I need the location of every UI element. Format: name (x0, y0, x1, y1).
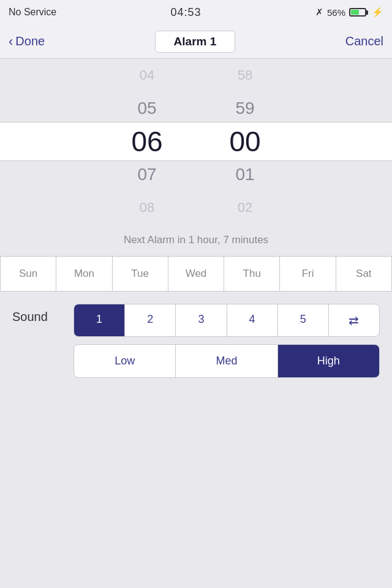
day-selector: Sun Mon Tue Wed Thu Fri Sat (0, 256, 392, 292)
bluetooth-icon: ✗ (315, 7, 323, 18)
sound-level-med[interactable]: Med (176, 345, 277, 377)
day-tue[interactable]: Tue (113, 257, 168, 291)
sound-level-high[interactable]: High (278, 345, 379, 377)
day-fri[interactable]: Fri (280, 257, 336, 291)
time-display: 04:53 (171, 6, 202, 19)
day-wed[interactable]: Wed (168, 257, 224, 291)
sound-num-4[interactable]: 4 (227, 304, 278, 336)
hour-04[interactable]: 04 (123, 59, 172, 92)
time-columns: 04 05 06 07 08 58 59 00 01 02 (0, 59, 392, 224)
day-mon[interactable]: Mon (56, 257, 112, 291)
day-sun[interactable]: Sun (1, 257, 56, 291)
sound-num-5[interactable]: 5 (278, 304, 329, 336)
minute-58[interactable]: 58 (221, 59, 270, 92)
sound-num-1[interactable]: 1 (74, 304, 125, 336)
sound-num-3[interactable]: 3 (176, 304, 227, 336)
sound-numbers: 1 2 3 4 5 ⇄ (74, 304, 380, 337)
shuffle-button[interactable]: ⇄ (329, 304, 379, 336)
next-alarm-text: Next Alarm in 1 hour, 7 minutes (0, 224, 392, 256)
battery-percentage: 56% (327, 7, 345, 18)
day-sat[interactable]: Sat (336, 257, 391, 291)
sound-label: Sound (12, 304, 61, 324)
day-thu[interactable]: Thu (224, 257, 280, 291)
sound-controls: 1 2 3 4 5 ⇄ Low Med High (74, 304, 380, 378)
hours-column[interactable]: 04 05 06 07 08 (123, 59, 172, 224)
done-label: Done (15, 34, 45, 48)
minute-59[interactable]: 59 (221, 92, 270, 125)
hour-05[interactable]: 05 (123, 92, 172, 125)
nav-bar: ‹ Done Alarm 1 Cancel (0, 24, 392, 59)
hour-07[interactable]: 07 (123, 158, 172, 191)
chevron-left-icon: ‹ (9, 34, 13, 50)
hour-06-selected[interactable]: 06 (123, 125, 172, 158)
minute-01[interactable]: 01 (221, 158, 270, 191)
alarm-title: Alarm 1 (155, 31, 236, 53)
carrier-text: No Service (9, 7, 56, 18)
status-bar: No Service 04:53 ✗ 56% ⚡ (0, 0, 392, 24)
battery-icon (349, 8, 368, 17)
sound-levels: Low Med High (74, 344, 380, 378)
cancel-button[interactable]: Cancel (345, 34, 383, 48)
minute-00-selected[interactable]: 00 (221, 125, 270, 158)
sound-num-2[interactable]: 2 (125, 304, 176, 336)
charging-icon: ⚡ (372, 7, 383, 18)
done-button[interactable]: ‹ Done (9, 34, 45, 50)
bottom-area (0, 390, 392, 513)
status-right: ✗ 56% ⚡ (315, 7, 383, 18)
minutes-column[interactable]: 58 59 00 01 02 (221, 59, 270, 224)
sound-section: Sound 1 2 3 4 5 ⇄ Low Med High (0, 292, 392, 390)
hour-08[interactable]: 08 (123, 191, 172, 224)
minute-02[interactable]: 02 (221, 191, 270, 224)
time-picker[interactable]: 04 05 06 07 08 58 59 00 01 02 (0, 59, 392, 224)
sound-level-low[interactable]: Low (74, 345, 176, 377)
